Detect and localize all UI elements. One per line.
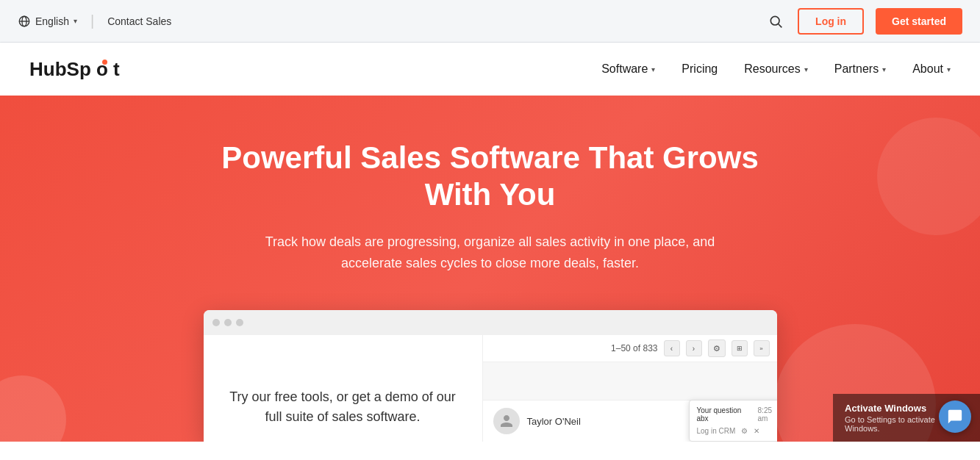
crm-prev-button[interactable]: ‹ bbox=[664, 340, 680, 356]
browser-titlebar bbox=[204, 310, 777, 335]
login-button[interactable]: Log in bbox=[798, 8, 864, 35]
panel-right: 1–50 of 833 ‹ › ⚙ ⊞ » Your question abx … bbox=[483, 335, 777, 442]
hero-title: Powerful Sales Software That Grows With … bbox=[189, 140, 792, 214]
crm-pagination: 1–50 of 833 bbox=[611, 343, 657, 353]
browser-content: Try our free tools, or get a demo of our… bbox=[204, 335, 777, 442]
chat-icon bbox=[947, 409, 963, 425]
hubspot-logo[interactable]: Hub Sp o t bbox=[29, 58, 121, 81]
nav-item-resources[interactable]: Resources ▾ bbox=[744, 62, 807, 76]
hero-subtitle: Track how deals are progressing, organiz… bbox=[262, 231, 718, 274]
crm-toolbar: 1–50 of 833 ‹ › ⚙ ⊞ » bbox=[483, 335, 777, 362]
notif-text: Your question abx bbox=[697, 406, 754, 423]
deco-circle-right2 bbox=[877, 118, 980, 235]
contact-sales-link[interactable]: Contact Sales bbox=[107, 15, 171, 27]
panel-left-text: Try our free tools, or get a demo of our… bbox=[218, 387, 468, 427]
hero-section: Powerful Sales Software That Grows With … bbox=[0, 96, 980, 442]
logo-hub-text: Hub bbox=[29, 58, 67, 81]
software-chevron-icon: ▾ bbox=[651, 65, 655, 73]
nav-item-pricing[interactable]: Pricing bbox=[682, 62, 718, 76]
notif-time: 8:25 am bbox=[758, 406, 777, 423]
nav-item-software[interactable]: Software ▾ bbox=[601, 62, 655, 76]
svg-point-3 bbox=[770, 16, 779, 25]
language-label: English bbox=[35, 15, 69, 27]
notif-close-icon[interactable]: ✕ bbox=[754, 427, 759, 435]
top-bar-right: Log in Get started bbox=[765, 8, 962, 35]
person-icon bbox=[499, 414, 514, 428]
notification-panel: Your question abx 8:25 am Log in CRM ⚙ ✕ bbox=[689, 400, 777, 442]
nav-item-about[interactable]: About ▾ bbox=[912, 62, 951, 76]
top-bar: English ▾ | Contact Sales Log in Get sta… bbox=[0, 0, 980, 43]
nav-item-partners[interactable]: Partners ▾ bbox=[834, 62, 886, 76]
notif-row: Your question abx 8:25 am bbox=[697, 406, 777, 423]
notif-actions: Log in CRM ⚙ ✕ bbox=[697, 427, 777, 435]
get-started-button[interactable]: Get started bbox=[876, 8, 962, 35]
crm-settings-icon[interactable]: ⚙ bbox=[708, 339, 726, 357]
crm-expand-button[interactable]: ⊞ bbox=[732, 340, 748, 356]
contact-name: Taylor O'Neil bbox=[527, 416, 581, 427]
globe-icon bbox=[18, 15, 31, 28]
notif-settings-icon[interactable]: ⚙ bbox=[741, 427, 748, 435]
browser-dot-1 bbox=[212, 319, 220, 326]
contact-avatar bbox=[493, 408, 520, 434]
logo-dot bbox=[102, 60, 107, 65]
nav-bar: Hub Sp o t Software ▾ Pricing Resources … bbox=[0, 43, 980, 96]
logo-spot-text: Sp o t bbox=[67, 58, 120, 81]
notif-log-crm[interactable]: Log in CRM bbox=[697, 427, 736, 435]
browser-dot-3 bbox=[236, 319, 243, 326]
panel-left: Try our free tools, or get a demo of our… bbox=[204, 335, 483, 442]
search-button[interactable] bbox=[765, 11, 786, 32]
language-selector[interactable]: English ▾ bbox=[18, 15, 77, 28]
resources-chevron-icon: ▾ bbox=[804, 65, 808, 73]
search-icon bbox=[768, 14, 783, 29]
deco-circle-left bbox=[0, 375, 66, 442]
crm-next-button[interactable]: › bbox=[686, 340, 702, 356]
top-bar-left: English ▾ | Contact Sales bbox=[18, 12, 171, 29]
hero-browser-mockup: Try our free tools, or get a demo of our… bbox=[204, 310, 777, 442]
svg-line-4 bbox=[779, 24, 782, 27]
browser-dot-2 bbox=[224, 319, 232, 326]
nav-links: Software ▾ Pricing Resources ▾ Partners … bbox=[601, 62, 951, 76]
language-chevron-icon: ▾ bbox=[74, 17, 77, 25]
crm-more-button[interactable]: » bbox=[754, 340, 770, 356]
partners-chevron-icon: ▾ bbox=[882, 65, 886, 73]
divider: | bbox=[90, 12, 94, 29]
about-chevron-icon: ▾ bbox=[947, 65, 951, 73]
